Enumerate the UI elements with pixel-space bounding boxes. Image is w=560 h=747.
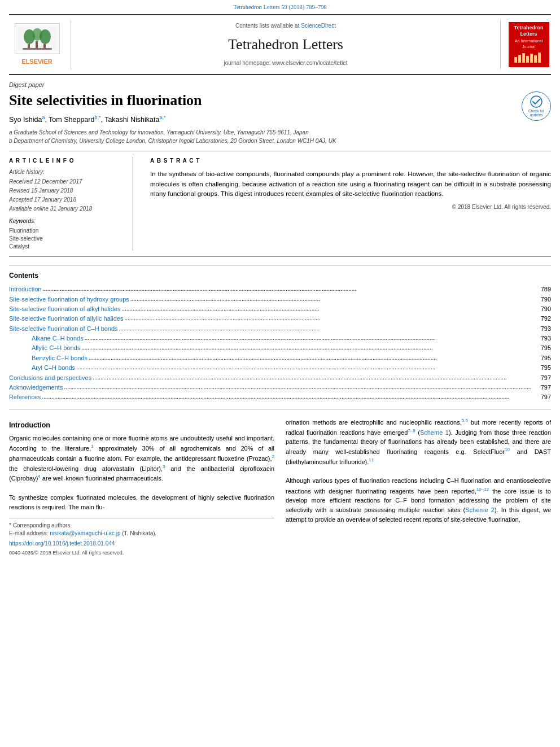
svg-rect-8 — [514, 57, 517, 63]
check-for-updates-badge: Check for updates — [522, 91, 551, 121]
contents-available-text: Contents lists available at ScienceDirec… — [82, 22, 489, 30]
abstract-section: A B S T R A C T In the synthesis of bio-… — [145, 157, 551, 251]
svg-rect-12 — [530, 54, 533, 63]
contents-page-alkyl: 790 — [541, 305, 551, 313]
tet-logo-subtitle: An InternationalJournal — [515, 38, 542, 50]
contents-item-allylic[interactable]: Site-selective fluorination of allylic h… — [9, 314, 123, 323]
email-link[interactable]: nisikata@yamaguchi-u.ac.jp — [50, 530, 120, 536]
doi-link[interactable]: https://doi.org/10.1016/j.tetlet.2018.01… — [9, 540, 274, 548]
svg-rect-9 — [518, 55, 521, 63]
contents-row-alkyl: Site-selective fluorination of alkyl hal… — [9, 305, 551, 313]
contents-row-references: References .............................… — [9, 393, 551, 401]
svg-rect-13 — [534, 55, 537, 63]
contents-section: Contents Introduction ..................… — [9, 265, 551, 409]
contents-row-hydroxy: Site-selective fluorination of hydroxy g… — [9, 295, 551, 304]
received-date: Received 12 December 2017 — [9, 178, 125, 186]
contents-page-ch: 793 — [541, 325, 551, 333]
footnote-line: * Corresponding authors. E-mail address:… — [9, 518, 274, 538]
contents-item-ch[interactable]: Site-selective fluorination of C–H bonds — [9, 325, 118, 333]
contents-page-aryl: 795 — [541, 364, 551, 372]
history-label: Article history: — [9, 168, 125, 176]
contents-row-acknowledgements: Acknowledgements .......................… — [9, 383, 551, 392]
svg-rect-4 — [28, 44, 30, 49]
tet-logo-box: TetrahedronLetters An InternationalJourn… — [509, 22, 549, 67]
article-info: A R T I C L E I N F O Article history: R… — [9, 157, 133, 251]
intro-paragraph2: To synthesize complex fluorinated molecu… — [9, 493, 274, 512]
affiliations: a Graduate School of Sciences and Techno… — [9, 128, 516, 145]
contents-item-alkane[interactable]: Alkane C–H bonds — [32, 334, 84, 343]
contents-page-conclusions: 797 — [541, 374, 551, 382]
svg-rect-11 — [526, 56, 529, 63]
contents-row-conclusions: Conclusions and perspectives ...........… — [9, 374, 551, 382]
elsevier-logo-box — [15, 23, 60, 54]
available-online-date: Available online 31 January 2018 — [9, 205, 125, 213]
journal-title-header: Tetrahedron Letters — [82, 34, 489, 55]
page-container: Tetrahedron Letters 59 (2018) 789–798 — [0, 0, 560, 747]
elsevier-logo-area: ELSEVIER — [9, 20, 71, 69]
contents-page-references: 797 — [541, 393, 551, 401]
contents-page-hydroxy: 790 — [541, 295, 551, 304]
contents-item-references[interactable]: References — [9, 393, 41, 401]
contents-item-introduction[interactable]: Introduction — [9, 285, 41, 294]
column-left: Introduction Organic molecules containin… — [9, 417, 274, 557]
tet-logo-area: TetrahedronLetters An InternationalJourn… — [500, 20, 551, 69]
copyright-footer: 0040-4039/© 2018 Elsevier Ltd. All right… — [9, 549, 274, 557]
contents-page-acknowledgements: 797 — [541, 383, 551, 392]
contents-item-acknowledgements[interactable]: Acknowledgements — [9, 383, 63, 392]
check-updates-icon — [528, 95, 544, 108]
accepted-date: Accepted 17 January 2018 — [9, 196, 125, 204]
keywords-label: Keywords: — [9, 217, 125, 225]
two-column-layout: Introduction Organic molecules containin… — [9, 417, 551, 557]
authors-line: Syo Ishidaa, Tom Sheppardb,*, Takashi Ni… — [9, 114, 516, 125]
contents-item-aryl[interactable]: Aryl C–H bonds — [32, 364, 75, 372]
contents-item-allylic-ch[interactable]: Allylic C–H bonds — [32, 344, 80, 352]
sciencedirect-link[interactable]: ScienceDirect — [301, 23, 336, 29]
contents-item-conclusions[interactable]: Conclusions and perspectives — [9, 374, 91, 382]
contents-item-alkyl[interactable]: Site-selective fluorination of alkyl hal… — [9, 305, 121, 313]
email-note: E-mail address: nisikata@yamaguchi-u.ac.… — [9, 530, 274, 538]
affiliation2: b Department of Chemistry, University Co… — [9, 138, 336, 144]
contents-row-allylic-ch: Allylic C–H bonds ......................… — [9, 344, 551, 352]
contents-page-allylic-ch: 795 — [541, 344, 551, 352]
journal-center: Contents lists available at ScienceDirec… — [71, 20, 500, 69]
contents-page-introduction: 789 — [541, 285, 551, 294]
svg-rect-14 — [538, 53, 541, 63]
corresponding-authors-note: * Corresponding authors. — [9, 522, 274, 530]
keyword-catalyst: Catalyst — [9, 243, 125, 251]
svg-rect-10 — [522, 53, 525, 63]
contents-page-alkane: 793 — [541, 334, 551, 343]
keyword-site-selective: Site-selective — [9, 235, 125, 243]
svg-point-3 — [40, 29, 51, 44]
intro-right-paragraph1: orination methods are electrophilic and … — [286, 417, 551, 467]
contents-page-allylic: 792 — [541, 314, 551, 323]
paper-content: Digest paper Site selectivities in fluor… — [9, 75, 551, 557]
contents-item-hydroxy[interactable]: Site-selective fluorination of hydroxy g… — [9, 295, 129, 304]
abstract-text: In the synthesis of bio-active compounds… — [150, 169, 551, 199]
article-info-title: A R T I C L E I N F O — [9, 157, 125, 165]
contents-row-aryl: Aryl C–H bonds .........................… — [9, 364, 551, 372]
introduction-heading: Introduction — [9, 421, 274, 431]
contents-row-ch: Site-selective fluorination of C–H bonds… — [9, 325, 551, 333]
top-link-bar: Tetrahedron Letters 59 (2018) 789–798 — [0, 0, 560, 14]
keywords-section: Keywords: Fluorination Site-selective Ca… — [9, 217, 125, 251]
journal-homepage: journal homepage: www.elsevier.com/locat… — [82, 59, 489, 67]
tet-logo-title: TetrahedronLetters — [514, 25, 544, 37]
digest-label: Digest paper — [9, 81, 551, 89]
contents-table: Introduction ...........................… — [9, 285, 551, 402]
journal-header: ELSEVIER Contents lists available at Sci… — [9, 14, 551, 75]
contents-row-introduction: Introduction ...........................… — [9, 285, 551, 294]
contents-row-benzylic: Benzylic C–H bonds .....................… — [9, 354, 551, 362]
contents-page-benzylic: 795 — [541, 354, 551, 362]
svg-rect-5 — [36, 41, 38, 49]
article-body: Introduction Organic molecules containin… — [9, 417, 551, 557]
check-updates-text: Check for updates — [522, 109, 550, 117]
tet-logo-chart — [513, 51, 544, 64]
contents-row-alkane: Alkane C–H bonds .......................… — [9, 334, 551, 343]
intro-paragraph1: Organic molecules containing one or more… — [9, 434, 274, 483]
intro-right-paragraph2: Although various types of fluorination r… — [286, 476, 551, 525]
svg-rect-7 — [23, 48, 52, 50]
column-right: orination methods are electrophilic and … — [286, 417, 551, 557]
revised-date: Revised 15 January 2018 — [9, 187, 125, 195]
contents-title: Contents — [9, 271, 551, 281]
contents-item-benzylic[interactable]: Benzylic C–H bonds — [32, 354, 88, 362]
